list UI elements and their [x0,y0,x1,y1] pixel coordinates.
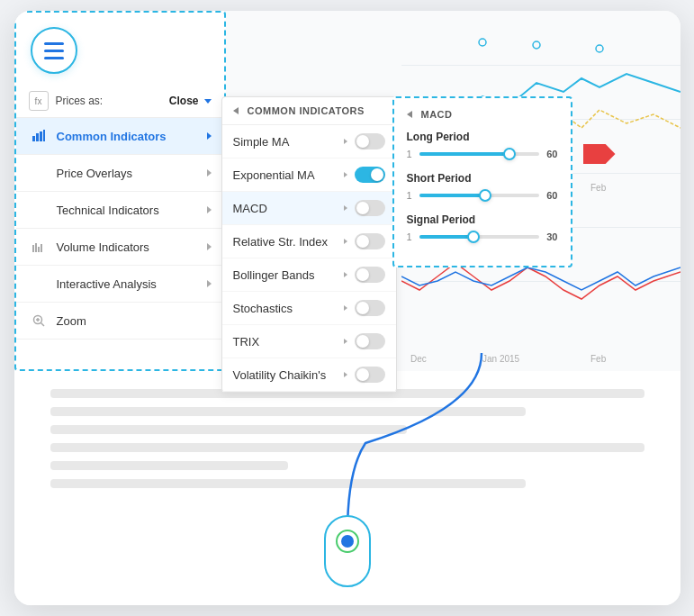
svg-point-2 [596,45,603,52]
chevron-right-icon [344,205,347,211]
long-period-min: 1 [407,149,412,159]
sidebar-item-label: Price Overlays [57,167,207,180]
indicator-row-stochastics[interactable]: Stochastics [222,292,396,325]
toggle-thumb [356,202,369,214]
short-period-max: 60 [546,190,557,201]
long-period-section: Long Period 1 60 [407,131,558,159]
macd-settings-panel: MACD Long Period 1 60 Short Period 1 [392,96,572,267]
macd-panel-header: MACD [407,109,558,120]
chevron-right-icon [207,169,212,177]
hamburger-line-2 [44,50,64,52]
main-container: Dec Jan 2015 Feb Dec Jan 2015 Feb fx Pri… [14,11,680,605]
svg-point-1 [533,41,540,49]
toggle-thumb [356,135,369,148]
long-period-label: Long Period [407,131,558,143]
indicator-row-rsi[interactable]: Relative Str. Index [222,225,396,258]
indicators-panel-title: COMMON INDICATORS [248,105,365,116]
toggle-thumb [356,368,369,381]
slider-thumb[interactable] [479,189,491,202]
sidebar-item-zoom[interactable]: Zoom [16,303,224,340]
indicator-label: Stochastics [233,302,344,315]
hamburger-button[interactable] [31,27,77,74]
toggle-thumb [356,235,369,248]
chart-icon [29,126,49,146]
indicator-row-simple-ma[interactable]: Simple MA [222,125,396,159]
bollinger-toggle[interactable] [355,267,385,283]
indicator-label: Bollinger Bands [233,268,344,282]
indicator-label: TRIX [233,335,344,349]
svg-rect-9 [32,136,35,141]
sidebar-item-label: Zoom [57,314,212,328]
signal-period-max: 30 [546,231,557,242]
chevron-down-icon [204,99,212,104]
long-period-max: 60 [546,149,557,159]
toggle-thumb [371,168,383,181]
sidebar-item-label: Common Indicators [57,130,207,143]
svg-text:Dec: Dec [410,354,427,364]
simple-ma-toggle[interactable] [355,133,385,149]
mouse-body [324,515,371,587]
indicator-row-volatility[interactable]: Volatility Chaikin's [222,358,396,392]
stochastics-toggle[interactable] [355,300,385,316]
indicator-label: MACD [233,202,344,215]
sidebar-item-common-indicators[interactable]: Common Indicators [16,118,224,155]
short-period-label: Short Period [407,172,558,185]
svg-point-0 [479,39,486,46]
svg-rect-16 [41,244,42,252]
short-period-row: 1 60 [407,190,558,201]
chevron-right-icon [207,132,212,140]
chevron-right-icon [344,239,347,244]
indicator-row-bollinger[interactable]: Bollinger Bands [222,258,396,292]
svg-line-18 [41,323,44,327]
bar-chart-icon [29,237,49,257]
long-period-slider[interactable] [419,152,540,156]
text-line [50,407,526,416]
indicator-row-macd[interactable]: MACD [222,192,396,225]
svg-text:Feb: Feb [590,354,607,364]
indicator-row-trix[interactable]: TRIX [222,325,396,358]
indicator-label: Simple MA [233,135,344,149]
signal-period-slider[interactable] [419,235,540,239]
slider-thumb[interactable] [467,231,480,243]
prices-selector[interactable]: fx Prices as: Close [16,85,224,118]
back-arrow-icon[interactable] [233,107,239,114]
signal-period-label: Signal Period [407,213,558,226]
long-period-row: 1 60 [407,149,558,159]
svg-text:Jan 2015: Jan 2015 [482,354,520,364]
sidebar-item-interactive-analysis[interactable]: Interactive Analysis [16,266,224,303]
indicator-label: Exponential MA [233,168,344,182]
back-arrow-icon[interactable] [407,111,412,118]
slider-thumb[interactable] [503,148,516,160]
text-line [50,479,526,488]
spacer-icon [29,274,49,294]
svg-rect-15 [38,247,40,252]
toggle-thumb [356,268,369,281]
trix-toggle[interactable] [355,333,385,349]
short-period-slider[interactable] [419,194,540,197]
chevron-right-icon [344,272,347,277]
sidebar-item-technical-indicators[interactable]: Technical Indicators [16,192,224,229]
volatility-toggle[interactable] [355,367,385,383]
indicators-panel-header: COMMON INDICATORS [222,97,396,125]
chevron-right-icon [344,172,347,177]
signal-period-min: 1 [407,231,412,242]
svg-text:Feb: Feb [590,183,607,193]
chevron-right-icon [344,372,347,377]
common-indicators-panel: COMMON INDICATORS Simple MA Exponential … [221,96,397,393]
signal-period-section: Signal Period 1 30 [407,213,558,242]
chevron-right-icon [207,243,212,250]
sidebar-item-price-overlays[interactable]: Price Overlays [16,155,224,192]
macd-toggle[interactable] [355,200,385,216]
spacer-icon [29,163,49,183]
text-line [50,443,644,452]
rsi-toggle[interactable] [355,233,385,249]
indicator-label: Relative Str. Index [233,235,344,249]
slider-fill [419,152,509,156]
zoom-icon [29,311,49,331]
spacer-icon [29,200,49,220]
sidebar-item-volume-indicators[interactable]: Volume Indicators [16,229,224,266]
indicator-row-exp-ma[interactable]: Exponential MA [222,159,396,192]
chevron-right-icon [207,280,212,287]
short-period-section: Short Period 1 60 [407,172,558,201]
exp-ma-toggle[interactable] [355,167,385,183]
